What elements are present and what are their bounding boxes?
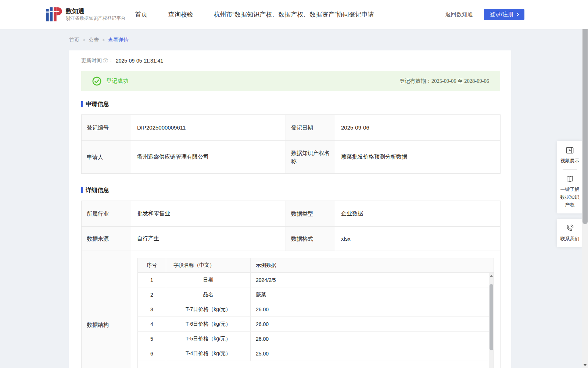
data-structure-table: 序号 字段名称（中文） 示例数据 1 日期 2024/2/5 2 xyxy=(137,258,494,368)
cell-seq: 4 xyxy=(138,317,166,331)
table-row: 5 T-5日价格（kg/元） 26.00 xyxy=(138,332,494,346)
nav-item-hangzhou-joint-registration[interactable]: 杭州市“数据知识产权、数据产权、数据资产”协同登记申请 xyxy=(214,10,374,19)
page: 数知通 浙江省数据知识产权登记平台 首页 查询校验 杭州市“数据知识产权、数据产… xyxy=(0,0,588,368)
table-row: 3 T-7日价格（kg/元） 26.00 xyxy=(138,302,494,317)
header-right-controls: 返回数知通 登录/注册 xyxy=(445,9,524,20)
update-time-value: 2025-09-05 11:31:41 xyxy=(116,58,163,64)
cell-sample: 25.00 xyxy=(251,346,494,361)
page-scrollbar-thumb[interactable] xyxy=(582,5,588,224)
data-ip-name-label: 数据知识产权名称 xyxy=(286,141,335,174)
inner-table-scrollbar[interactable] xyxy=(489,273,494,368)
data-source-label: 数据来源 xyxy=(82,227,131,251)
table-row: 登记编号 DIP2025000009611 登记日期 2025-09-06 xyxy=(82,115,501,141)
breadcrumb-current-detail: 查看详情 xyxy=(108,37,129,43)
data-type-label: 数据类型 xyxy=(286,201,335,227)
table-row: 4 T-6日价格（kg/元） 26.00 xyxy=(138,317,494,332)
cell-sample: 蕨菜 xyxy=(251,287,494,302)
cell-field: T-7日价格（kg/元） xyxy=(166,302,251,316)
video-demo-label: 视频展示 xyxy=(558,157,581,164)
side-card-contact[interactable]: 联系我们 xyxy=(557,219,583,247)
registration-success-banner: 登记成功 登记有效期：2025-09-06 至 2028-09-06 xyxy=(81,71,500,91)
cell-seq: 1 xyxy=(138,273,166,287)
main-nav: 首页 查询校验 杭州市“数据知识产权、数据产权、数据资产”协同登记申请 xyxy=(135,10,374,19)
chevron-right-icon xyxy=(516,13,519,17)
breadcrumb-home[interactable]: 首页 xyxy=(69,37,79,43)
data-ip-name-value: 蕨菜批发价格预测分析数据 xyxy=(335,141,501,174)
registration-date-value: 2025-09-06 xyxy=(335,115,501,141)
scroll-down-arrow-icon[interactable] xyxy=(584,364,587,366)
login-register-label: 登录/注册 xyxy=(490,11,513,18)
data-format-label: 数据格式 xyxy=(286,227,335,251)
inner-scrollbar-thumb[interactable] xyxy=(490,284,493,350)
scroll-up-arrow-icon[interactable] xyxy=(490,275,493,277)
cell-field: T-6日价格（kg/元） xyxy=(166,317,251,331)
cell-field: T-4日价格（kg/元） xyxy=(166,346,251,361)
breadcrumb: 首页 > 公告 > 查看详情 xyxy=(0,29,588,43)
floating-side-panel: 视频展示 一键了解数据知识产权 联系我们 xyxy=(557,141,583,247)
registration-number-label: 登记编号 xyxy=(82,115,131,141)
platform-logo-icon xyxy=(46,7,62,22)
table-row-data-structure: 数据结构 序号 字段名称（中文） 示例数据 1 日期 2024/2/5 xyxy=(82,251,501,368)
cell-field: 日期 xyxy=(166,273,251,287)
industry-value: 批发和零售业 xyxy=(131,201,286,227)
cell-seq: 6 xyxy=(138,346,166,361)
brand-subtitle: 浙江省数据知识产权登记平台 xyxy=(66,15,126,22)
back-to-shuzhitong-link[interactable]: 返回数知通 xyxy=(445,11,473,18)
cell-seq: 3 xyxy=(138,302,166,316)
section-accent-bar xyxy=(81,101,83,107)
section-title-text: 申请信息 xyxy=(86,100,109,108)
validity-value: 2025-09-06 至 2028-09-06 xyxy=(431,78,489,84)
book-icon xyxy=(566,175,574,183)
update-time-row: 更新时间 ? ： 2025-09-05 11:31:41 xyxy=(81,57,500,65)
video-demo-item[interactable]: 视频展示 xyxy=(558,146,581,164)
login-register-button[interactable]: 登录/注册 xyxy=(484,9,524,20)
one-click-guide-label: 一键了解数据知识产权 xyxy=(559,185,581,209)
nav-item-query-verify[interactable]: 查询校验 xyxy=(168,10,193,19)
cell-seq: 2 xyxy=(138,287,166,302)
validity-period: 登记有效期：2025-09-06 至 2028-09-06 xyxy=(399,78,489,85)
registration-number-value: DIP2025000009611 xyxy=(131,115,286,141)
breadcrumb-announcement[interactable]: 公告 xyxy=(89,37,99,43)
data-source-value: 自行产生 xyxy=(131,227,286,251)
side-card-video-and-guide: 视频展示 一键了解数据知识产权 xyxy=(557,141,583,213)
validity-label: 登记有效期： xyxy=(399,78,431,84)
detail-card: 更新时间 ? ： 2025-09-05 11:31:41 登记成功 登记有效期：… xyxy=(69,50,511,368)
data-structure-cell: 序号 字段名称（中文） 示例数据 1 日期 2024/2/5 2 xyxy=(131,251,501,368)
registration-date-label: 登记日期 xyxy=(286,115,335,141)
data-format-value: xlsx xyxy=(335,227,501,251)
table-row: 6 T-4日价格（kg/元） 25.00 xyxy=(138,346,494,361)
cell-field: T-5日价格（kg/元） xyxy=(166,332,251,346)
table-row: 2 品名 蕨菜 xyxy=(138,287,494,302)
phone-icon xyxy=(566,224,574,233)
industry-label: 所属行业 xyxy=(82,201,131,227)
data-structure-label: 数据结构 xyxy=(82,251,131,368)
breadcrumb-separator: > xyxy=(83,38,85,43)
detail-info-table: 所属行业 批发和零售业 数据类型 企业数据 数据来源 自行产生 数据格式 xls… xyxy=(81,201,501,368)
cell-seq: 5 xyxy=(138,332,166,346)
registration-status-text: 登记成功 xyxy=(106,78,128,85)
brand-name: 数知通 xyxy=(66,7,126,15)
col-header-seq: 序号 xyxy=(138,258,166,272)
one-click-guide-item[interactable]: 一键了解数据知识产权 xyxy=(558,175,581,209)
table-row: 申请人 衢州迅鑫供应链管理有限公司 数据知识产权名称 蕨菜批发价格预测分析数据 xyxy=(82,141,501,174)
brand-logo-block[interactable]: 数知通 浙江省数据知识产权登记平台 xyxy=(46,7,126,22)
table-row: 所属行业 批发和零售业 数据类型 企业数据 xyxy=(82,201,501,227)
section-accent-bar xyxy=(81,187,83,193)
application-info-table: 登记编号 DIP2025000009611 登记日期 2025-09-06 申请… xyxy=(81,114,501,174)
cell-sample: 26.00 xyxy=(251,317,494,331)
section-title-text: 详细信息 xyxy=(86,187,109,194)
data-type-value: 企业数据 xyxy=(335,201,501,227)
check-circle-icon xyxy=(92,77,101,86)
structure-table-body: 1 日期 2024/2/5 2 品名 蕨菜 3 T-7日 xyxy=(138,273,494,368)
col-header-sample-data: 示例数据 xyxy=(251,258,494,272)
page-scrollbar[interactable] xyxy=(582,0,588,368)
help-question-icon[interactable]: ? xyxy=(103,58,108,63)
section-title-application-info: 申请信息 xyxy=(81,101,500,107)
video-icon xyxy=(566,146,574,155)
section-title-detail-info: 详细信息 xyxy=(81,187,500,194)
contact-us-label: 联系我们 xyxy=(558,235,581,243)
nav-item-home[interactable]: 首页 xyxy=(135,10,148,19)
cell-sample: 2024/2/5 xyxy=(251,273,494,287)
breadcrumb-separator: > xyxy=(102,38,105,43)
update-time-label: 更新时间 xyxy=(81,57,102,64)
